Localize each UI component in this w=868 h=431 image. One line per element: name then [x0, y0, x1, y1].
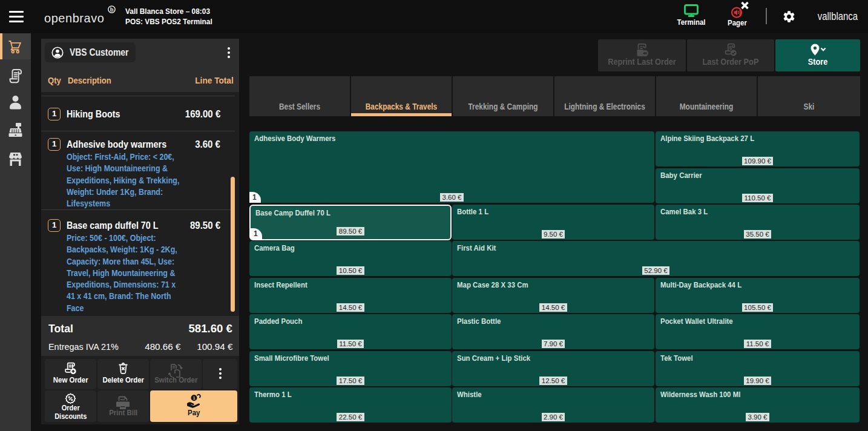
svg-text:$: $	[729, 44, 732, 51]
svg-text:b: b	[110, 6, 114, 13]
svg-text:1: 1	[192, 395, 195, 401]
